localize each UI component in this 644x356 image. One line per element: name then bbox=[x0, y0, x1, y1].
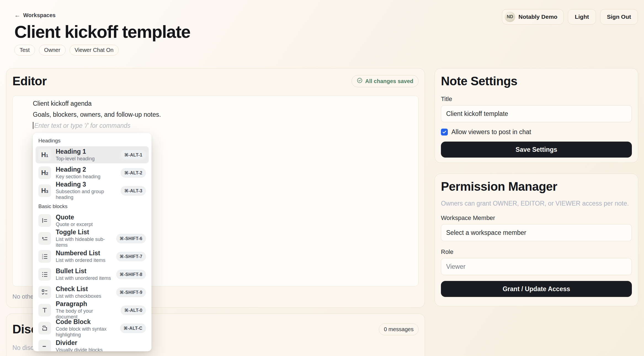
check-circle-icon bbox=[357, 78, 363, 85]
role-select[interactable]: Viewer bbox=[441, 258, 632, 275]
title-field-label: Title bbox=[441, 95, 632, 103]
user-name: Notably Demo bbox=[518, 14, 557, 20]
grant-access-button[interactable]: Grant / Update Access bbox=[441, 281, 632, 297]
avatar: ND bbox=[505, 12, 515, 22]
menu-item-heading-3[interactable]: H3 Heading 3Subsection and group heading… bbox=[36, 182, 149, 199]
topbar-actions: ND Notably Demo Light Sign Out bbox=[502, 9, 638, 25]
divider-icon bbox=[38, 340, 51, 351]
permission-hint: Owners can grant OWNER, EDITOR, or VIEWE… bbox=[441, 200, 632, 207]
user-menu-button[interactable]: ND Notably Demo bbox=[502, 9, 564, 25]
message-count-badge: 0 messages bbox=[379, 323, 419, 335]
allow-viewers-chat-checkbox[interactable] bbox=[441, 129, 448, 136]
editor-line: Client kickoff agenda bbox=[33, 98, 407, 109]
code-block-icon bbox=[38, 322, 51, 334]
menu-item-toggle-list[interactable]: Toggle ListList with hideable sub-items … bbox=[36, 230, 149, 247]
menu-item-quote[interactable]: QuoteQuote or excerpt bbox=[36, 212, 149, 229]
check-list-icon bbox=[38, 286, 51, 299]
bullet-list-icon bbox=[38, 268, 51, 281]
menu-section-headings: Headings bbox=[36, 136, 149, 146]
badge-test: Test bbox=[14, 45, 35, 55]
quote-icon bbox=[38, 214, 51, 227]
permission-manager-heading: Permission Manager bbox=[441, 179, 632, 194]
badge-row: Test Owner Viewer Chat On bbox=[14, 45, 644, 55]
badge-viewer-chat: Viewer Chat On bbox=[70, 45, 119, 55]
heading-1-icon: H1 bbox=[38, 148, 51, 161]
menu-item-paragraph[interactable]: ParagraphThe body of your document ⌘-ALT… bbox=[36, 302, 149, 319]
shortcut-badge: ⌘-ALT-1 bbox=[121, 150, 146, 160]
menu-section-basic-blocks: Basic blocks bbox=[36, 200, 149, 212]
right-column: Note Settings Title Allow viewers to pos… bbox=[435, 68, 638, 306]
note-settings-heading: Note Settings bbox=[441, 74, 632, 88]
editor-line: Goals, blockers, owners, and follow-up n… bbox=[33, 109, 407, 120]
shortcut-badge: ⌘-SHIFT-7 bbox=[116, 252, 146, 261]
back-to-workspaces-link[interactable]: ← Workspaces bbox=[14, 12, 55, 19]
note-title-input[interactable] bbox=[441, 105, 632, 122]
menu-item-bullet-list[interactable]: Bullet ListList with unordered items ⌘-S… bbox=[36, 266, 149, 283]
editor-placeholder: Enter text or type '/' for commands bbox=[34, 122, 131, 129]
svg-text:3: 3 bbox=[42, 257, 43, 260]
numbered-list-icon: 123 bbox=[38, 250, 51, 263]
badge-owner: Owner bbox=[39, 45, 66, 55]
menu-item-divider[interactable]: DividerVisually divide blocks bbox=[36, 338, 149, 351]
text-cursor bbox=[33, 122, 33, 129]
page-header: ← Workspaces Client kickoff template Tes… bbox=[0, 0, 644, 55]
page-title: Client kickoff template bbox=[14, 23, 644, 41]
shortcut-badge: ⌘-ALT-3 bbox=[121, 186, 146, 196]
back-arrow-icon: ← bbox=[14, 12, 20, 19]
menu-item-heading-2[interactable]: H2 Heading 2Key section heading ⌘-ALT-2 bbox=[36, 164, 149, 181]
menu-item-numbered-list[interactable]: 123 Numbered ListList with ordered items… bbox=[36, 248, 149, 265]
menu-item-code-block[interactable]: Code BlockCode block with syntax highlig… bbox=[36, 320, 149, 337]
menu-item-heading-1[interactable]: H1 Heading 1Top-level heading ⌘-ALT-1 bbox=[36, 146, 149, 163]
shortcut-badge: ⌘-ALT-C bbox=[120, 323, 146, 333]
workspace-member-select[interactable]: Select a workspace member bbox=[441, 224, 632, 241]
heading-2-icon: H2 bbox=[38, 166, 51, 179]
back-label: Workspaces bbox=[23, 12, 55, 18]
save-status-text: All changes saved bbox=[365, 78, 413, 84]
signout-button[interactable]: Sign Out bbox=[600, 9, 638, 25]
shortcut-badge: ⌘-SHIFT-9 bbox=[116, 288, 146, 297]
shortcut-badge: ⌘-ALT-0 bbox=[121, 305, 146, 315]
theme-toggle-button[interactable]: Light bbox=[568, 9, 596, 25]
shortcut-badge: ⌘-ALT-2 bbox=[121, 168, 146, 178]
save-settings-button[interactable]: Save Settings bbox=[441, 142, 632, 158]
member-field-label: Workspace Member bbox=[441, 214, 632, 222]
note-settings-card: Note Settings Title Allow viewers to pos… bbox=[435, 68, 638, 163]
allow-viewers-chat-label: Allow viewers to post in chat bbox=[451, 128, 531, 136]
heading-3-icon: H3 bbox=[38, 184, 51, 197]
paragraph-icon bbox=[38, 304, 51, 317]
shortcut-badge: ⌘-SHIFT-8 bbox=[116, 270, 146, 279]
slash-command-menu: Headings H1 Heading 1Top-level heading ⌘… bbox=[33, 133, 151, 351]
save-status-badge: All changes saved bbox=[352, 75, 419, 87]
role-field-label: Role bbox=[441, 248, 632, 256]
shortcut-badge: ⌘-SHIFT-6 bbox=[116, 234, 146, 243]
menu-item-check-list[interactable]: Check ListList with checkboxes ⌘-SHIFT-9 bbox=[36, 284, 149, 301]
toggle-list-icon bbox=[38, 232, 51, 245]
editor-heading: Editor bbox=[12, 74, 47, 88]
permission-manager-card: Permission Manager Owners can grant OWNE… bbox=[435, 174, 638, 306]
